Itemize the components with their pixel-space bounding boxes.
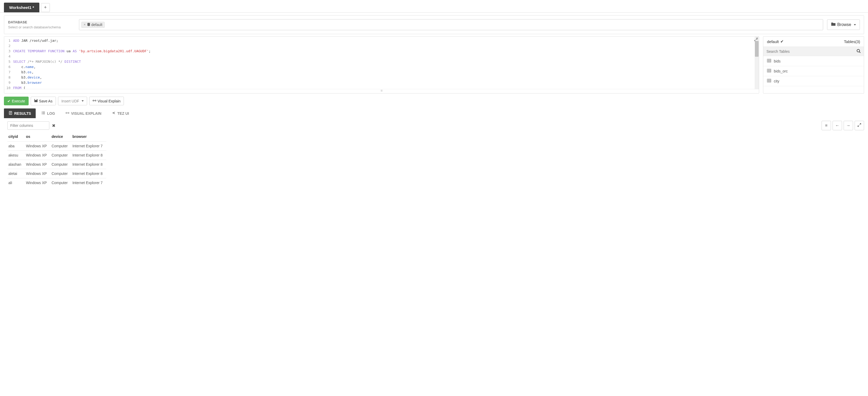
database-help: Select or search database/schema: [8, 25, 75, 29]
tab-visual-explain[interactable]: VISUAL EXPLAIN: [61, 109, 106, 118]
table-item[interactable]: bids_orc: [763, 66, 864, 76]
table-row: aletaiWindows XPComputerInternet Explore…: [7, 169, 106, 178]
browse-button[interactable]: Browse: [827, 20, 860, 30]
link-icon: [66, 111, 69, 116]
table-cell: akesu: [7, 151, 25, 160]
database-selector: DATABASE Select or search database/schem…: [4, 15, 864, 34]
tab-tez-ui[interactable]: TEZ UI: [107, 109, 133, 118]
table-row: abaWindows XPComputerInternet Explorer 7: [7, 142, 106, 151]
column-header[interactable]: cityid: [7, 132, 25, 142]
results-next-button[interactable]: →: [844, 121, 853, 130]
expand-icon: [858, 123, 861, 128]
worksheet-tabs: Worksheet1 * +: [0, 0, 868, 12]
svg-rect-27: [43, 114, 45, 114]
clear-filter-icon[interactable]: ✖: [51, 122, 56, 129]
table-cell: Internet Explorer 7: [71, 142, 106, 151]
table-cell: Computer: [51, 169, 71, 178]
column-header[interactable]: browser: [71, 132, 106, 142]
tab-log[interactable]: LOG: [37, 109, 60, 118]
results-table: cityidosdevicebrowser abaWindows XPCompu…: [7, 132, 106, 187]
add-worksheet-button[interactable]: +: [41, 3, 50, 12]
table-row: aliWindows XPComputerInternet Explorer 7: [7, 178, 106, 188]
table-item-label: city: [774, 79, 779, 83]
save-as-label: Save As: [39, 99, 53, 103]
check-icon: ✔: [780, 39, 784, 44]
table-item[interactable]: city: [763, 76, 864, 86]
svg-rect-3: [767, 59, 771, 62]
tables-db-name[interactable]: default ✔: [767, 39, 784, 44]
table-cell: Computer: [51, 178, 71, 188]
editor-resize-handle[interactable]: ≡: [4, 89, 759, 93]
link-icon: [93, 99, 96, 103]
column-header[interactable]: os: [25, 132, 51, 142]
svg-rect-22: [42, 112, 42, 112]
table-cell: Computer: [51, 160, 71, 169]
svg-line-2: [859, 52, 860, 53]
table-cell: Windows XP: [25, 142, 51, 151]
scrollbar-thumb[interactable]: [755, 41, 758, 57]
table-icon: [767, 59, 771, 63]
svg-rect-26: [42, 114, 42, 114]
caret-down-icon: [82, 100, 84, 102]
column-header[interactable]: device: [51, 132, 71, 142]
table-cell: Windows XP: [25, 151, 51, 160]
editor-expand-icon[interactable]: [754, 37, 758, 43]
save-as-button[interactable]: Save As: [31, 96, 56, 105]
table-cell: alashan: [7, 160, 25, 169]
visual-explain-button[interactable]: Visual Explain: [89, 96, 124, 105]
browse-label: Browse: [837, 22, 851, 27]
insert-udf-label: Insert UDF: [61, 99, 79, 103]
worksheet-tab[interactable]: Worksheet1 *: [4, 3, 39, 12]
tab-results[interactable]: RESULTS: [4, 109, 36, 118]
save-icon: [34, 99, 38, 103]
document-icon: [9, 111, 12, 116]
tab-results-label: RESULTS: [14, 111, 31, 116]
sql-editor[interactable]: 12345678910 ADD JAR /root/udf.jar; CREAT…: [4, 36, 759, 93]
table-row: alashanWindows XPComputerInternet Explor…: [7, 160, 106, 169]
table-item-label: bids: [774, 59, 781, 63]
results-toolbar: ✖ ≡ ← →: [0, 118, 868, 132]
results-menu-button[interactable]: ≡: [822, 121, 831, 130]
plus-icon: +: [44, 5, 47, 10]
database-label: DATABASE: [8, 20, 75, 24]
table-cell: Computer: [51, 142, 71, 151]
result-tabs: RESULTS LOG VISUAL EXPLAIN TEZ UI: [0, 109, 868, 118]
editor-content[interactable]: ADD JAR /root/udf.jar; CREATE TEMPORARY …: [12, 36, 153, 89]
visual-explain-label: Visual Explain: [98, 99, 121, 103]
svg-rect-8: [767, 69, 771, 72]
table-item[interactable]: bids: [763, 56, 864, 66]
database-chip-label: default: [91, 23, 102, 27]
database-chip[interactable]: × default: [81, 22, 105, 28]
execute-label: Execute: [12, 99, 25, 103]
results-expand-button[interactable]: [855, 121, 864, 130]
execute-button[interactable]: ✔ Execute: [4, 96, 29, 105]
database-icon: [87, 23, 91, 27]
folder-icon: [831, 22, 836, 27]
table-cell: Internet Explorer 8: [71, 151, 106, 160]
tables-db-label: default: [767, 39, 779, 44]
editor-scrollbar[interactable]: ▲: [755, 36, 759, 89]
tables-search[interactable]: [763, 47, 864, 56]
plane-icon: [112, 111, 116, 116]
table-row: akesuWindows XPComputerInternet Explorer…: [7, 151, 106, 160]
tables-panel: default ✔ Tables(3) bidsbids_orccity: [763, 36, 864, 93]
tables-count: Tables(3): [844, 39, 860, 44]
table-cell: Internet Explorer 8: [71, 169, 106, 178]
table-icon: [767, 79, 771, 83]
table-cell: Windows XP: [25, 169, 51, 178]
svg-rect-25: [43, 113, 45, 113]
table-cell: Windows XP: [25, 178, 51, 188]
filter-columns-input[interactable]: [7, 121, 49, 130]
check-icon: ✔: [7, 99, 10, 103]
remove-chip-icon[interactable]: ×: [84, 23, 86, 27]
svg-rect-13: [767, 79, 771, 82]
results-prev-button[interactable]: ←: [833, 121, 842, 130]
tab-visual-explain-label: VISUAL EXPLAIN: [71, 111, 101, 116]
tables-search-input[interactable]: [767, 49, 857, 54]
table-cell: ali: [7, 178, 25, 188]
database-select[interactable]: × default: [79, 19, 823, 30]
search-icon[interactable]: [857, 49, 861, 54]
actions-row: ✔ Execute Save As Insert UDF Visual Expl…: [0, 93, 868, 109]
tab-tez-ui-label: TEZ UI: [117, 111, 129, 116]
insert-udf-button[interactable]: Insert UDF: [58, 96, 87, 105]
